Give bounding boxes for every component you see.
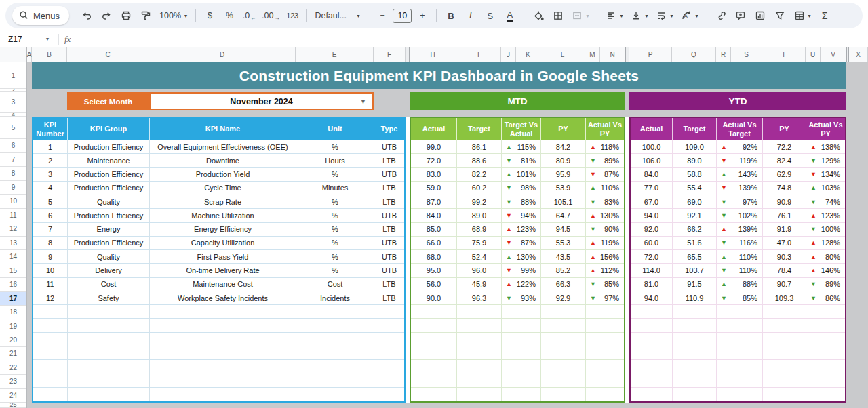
empty-cell[interactable] (501, 319, 540, 331)
ytd-actual-vs-target-cell[interactable]: ▼110% (716, 264, 762, 277)
type-cell[interactable]: UTB (374, 237, 404, 249)
ytd-actual-vs-py-cell[interactable]: ▼129% (806, 154, 845, 167)
unit-cell[interactable]: % (296, 209, 374, 222)
empty-cell[interactable] (296, 360, 374, 373)
number-format-button[interactable]: 123 (283, 7, 301, 25)
mtd-target-vs-actual-cell[interactable]: ▼81% (501, 154, 540, 167)
redo-button[interactable] (97, 7, 115, 25)
ytd-actual-vs-py-cell[interactable]: ▼89% (806, 278, 845, 291)
mtd-target-cell[interactable]: 99.2 (456, 195, 501, 208)
kpi-name-cell[interactable]: Workplace Safety Incidents (149, 291, 296, 304)
column-header-K[interactable]: K (516, 47, 540, 62)
kpi-name-cell[interactable]: Maintenance Cost (149, 278, 296, 291)
mtd-target-cell[interactable]: 52.4 (456, 250, 501, 263)
kpi-group-cell[interactable]: Production Efficiency (67, 168, 149, 181)
mtd-target-vs-actual-cell[interactable]: ▼99% (501, 264, 540, 277)
empty-cell[interactable] (149, 346, 296, 359)
kpi-name-cell[interactable]: Scrap Rate (149, 195, 296, 208)
ytd-target-cell[interactable]: 91.5 (672, 278, 716, 291)
kpi-name-cell[interactable]: Production Yield (149, 168, 296, 181)
empty-cell[interactable] (456, 388, 501, 401)
strikethrough-button[interactable]: S (481, 7, 499, 25)
ytd-actual-vs-target-cell[interactable]: ▼139% (716, 182, 762, 195)
mtd-target-vs-actual-cell[interactable]: ▲123% (501, 223, 540, 236)
row-header-19[interactable]: 19 (0, 319, 26, 333)
kpi-number-cell[interactable]: 1 (33, 140, 67, 153)
kpi-group-cell[interactable]: Production Efficiency (67, 140, 149, 153)
mtd-target-cell[interactable]: 45.9 (456, 278, 501, 291)
empty-cell[interactable] (585, 319, 624, 331)
ytd-actual-vs-target-cell[interactable]: ▼116% (716, 237, 762, 249)
empty-cell[interactable] (501, 346, 540, 359)
mtd-actual-cell[interactable]: 85.0 (411, 223, 456, 236)
mtd-target-cell[interactable]: 82.2 (456, 168, 501, 181)
empty-cell[interactable] (67, 346, 149, 359)
empty-cell[interactable] (374, 333, 404, 346)
decrease-decimal-button[interactable]: .0← (240, 7, 258, 25)
mtd-actual-cell[interactable]: 95.0 (411, 264, 456, 277)
empty-cell[interactable] (762, 373, 806, 386)
empty-cell[interactable] (67, 333, 149, 346)
empty-cell[interactable] (67, 360, 149, 373)
column-header-D[interactable]: D (149, 47, 296, 62)
column-header-S[interactable]: S (731, 47, 762, 62)
column-header-R[interactable]: R (716, 47, 731, 62)
row-header-14[interactable]: 14 (0, 250, 26, 264)
ytd-target-cell[interactable]: 109.0 (672, 140, 716, 153)
empty-cell[interactable] (149, 388, 296, 401)
name-box[interactable]: Z17 ▾ (0, 35, 53, 44)
kpi-name-cell[interactable]: Energy Efficiency (149, 223, 296, 236)
ytd-py-cell[interactable]: 90.3 (762, 250, 806, 263)
kpi-number-cell[interactable]: 11 (33, 278, 67, 291)
column-header-U[interactable]: U (806, 47, 821, 62)
kpi-name-cell[interactable]: Capacity Utilization (149, 237, 296, 249)
empty-cell[interactable] (716, 360, 762, 373)
kpi-group-cell[interactable]: Safety (67, 291, 149, 304)
empty-cell[interactable] (411, 360, 456, 373)
unit-cell[interactable]: % (296, 264, 374, 277)
empty-cell[interactable] (296, 388, 374, 401)
mtd-py-cell[interactable]: 92.9 (540, 291, 585, 304)
empty-cell[interactable] (411, 373, 456, 386)
empty-cell[interactable] (716, 346, 762, 359)
kpi-name-cell[interactable]: First Pass Yield (149, 250, 296, 263)
ytd-actual-vs-py-cell[interactable]: ▲146% (806, 264, 845, 277)
empty-cell[interactable] (67, 373, 149, 386)
ytd-actual-cell[interactable]: 100.0 (631, 140, 672, 153)
ytd-actual-vs-target-cell[interactable]: ▲92% (716, 140, 762, 153)
empty-cell[interactable] (149, 319, 296, 331)
ytd-actual-vs-py-cell[interactable]: ▲103% (806, 182, 845, 195)
ytd-actual-cell[interactable]: 106.0 (631, 154, 672, 167)
kpi-group-cell[interactable]: Energy (67, 223, 149, 236)
mtd-target-vs-actual-cell[interactable]: ▲101% (501, 168, 540, 181)
empty-cell[interactable] (585, 305, 624, 318)
row-header-5[interactable]: 5 (0, 117, 26, 139)
ytd-actual-cell[interactable]: 77.0 (631, 182, 672, 195)
ytd-target-cell[interactable]: 92.1 (672, 209, 716, 222)
mtd-py-cell[interactable]: 95.9 (540, 168, 585, 181)
empty-cell[interactable] (149, 333, 296, 346)
empty-cell[interactable] (716, 319, 762, 331)
ytd-actual-vs-py-cell[interactable]: ▲80% (806, 250, 845, 263)
type-cell[interactable]: LTB (374, 154, 404, 167)
ytd-py-cell[interactable]: 109.3 (762, 291, 806, 304)
row-header-1[interactable]: 1 (0, 62, 26, 89)
empty-cell[interactable] (33, 360, 67, 373)
kpi-group-cell[interactable]: Production Efficiency (67, 237, 149, 249)
row-header-17[interactable]: 17 (0, 292, 26, 306)
italic-button[interactable]: I (461, 7, 479, 25)
empty-cell[interactable] (672, 319, 716, 331)
type-cell[interactable]: LTB (374, 223, 404, 236)
empty-cell[interactable] (806, 346, 845, 359)
ytd-target-cell[interactable]: 66.2 (672, 223, 716, 236)
row-header-18[interactable]: 18 (0, 306, 26, 319)
mtd-actual-vs-py-cell[interactable]: ▲112% (585, 264, 624, 277)
mtd-target-cell[interactable]: 96.3 (456, 291, 501, 304)
ytd-py-cell[interactable]: 62.9 (762, 168, 806, 181)
empty-cell[interactable] (716, 373, 762, 386)
empty-cell[interactable] (411, 388, 456, 401)
column-header-J[interactable]: J (501, 47, 516, 62)
ytd-target-cell[interactable]: 69.0 (672, 195, 716, 208)
empty-cell[interactable] (374, 305, 404, 318)
ytd-actual-cell[interactable]: 60.0 (631, 237, 672, 249)
